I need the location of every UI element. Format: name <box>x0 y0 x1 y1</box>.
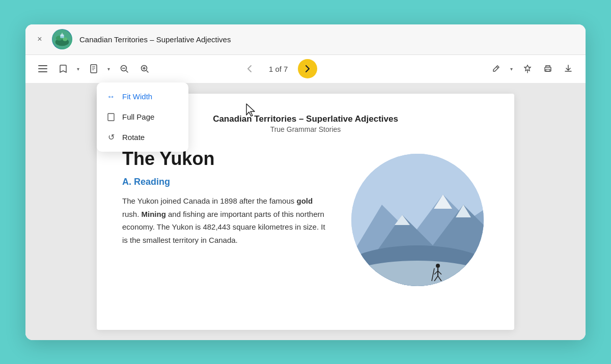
rotate-icon: ↺ <box>106 132 116 143</box>
next-page-button[interactable] <box>298 59 317 78</box>
page-indicator: 1 of 7 <box>263 65 294 73</box>
tab-title: Canadian Territories – Superlative Adjec… <box>79 35 231 44</box>
menu-button[interactable] <box>34 60 52 78</box>
dropdown-full-page-label: Full Page <box>122 113 154 121</box>
pin-icon <box>523 64 532 73</box>
page-group: ▾ <box>85 60 113 78</box>
page-button[interactable] <box>85 60 103 78</box>
chevron-down-icon: ▾ <box>107 66 110 72</box>
fit-width-icon: ↔ <box>106 92 116 102</box>
document-body: The Yukon A. Reading The Yukon joined Ca… <box>122 149 489 286</box>
document-image-column <box>346 149 489 286</box>
view-dropdown-menu: ↔ Fit Width Full Page ↺ Rotate <box>97 82 188 152</box>
app-window: × Canadian Territories – Superlative Adj… <box>25 24 586 340</box>
print-icon <box>543 64 552 73</box>
document-paragraph: The Yukon joined Canada in 1898 after th… <box>122 194 331 246</box>
print-button[interactable] <box>539 60 557 78</box>
document-section-label: A. Reading <box>122 177 331 187</box>
bookmark-chevron-button[interactable]: ▾ <box>73 60 82 78</box>
zoom-out-button[interactable] <box>115 60 133 78</box>
svg-rect-11 <box>108 114 114 121</box>
download-icon <box>564 64 573 73</box>
full-page-icon <box>106 112 116 122</box>
svg-point-20 <box>436 264 440 268</box>
bookmark-button[interactable] <box>54 60 72 78</box>
close-button[interactable]: × <box>35 34 45 44</box>
dropdown-fit-width[interactable]: ↔ Fit Width <box>97 87 188 107</box>
pen-chevron-button[interactable]: ▾ <box>507 60 516 78</box>
chevron-left-icon <box>247 65 252 73</box>
dropdown-rotate[interactable]: ↺ Rotate <box>97 127 188 148</box>
chevron-right-icon <box>305 65 310 73</box>
svg-rect-6 <box>91 65 97 73</box>
tab-favicon <box>52 29 72 49</box>
zoom-out-icon <box>120 64 129 73</box>
bookmark-icon <box>59 64 68 73</box>
yukon-illustration <box>351 154 484 286</box>
titlebar: × Canadian Territories – Superlative Adj… <box>25 24 586 55</box>
download-button[interactable] <box>559 60 577 78</box>
document-text-column: The Yukon A. Reading The Yukon joined Ca… <box>122 149 331 286</box>
chevron-down-icon: ▾ <box>510 66 513 72</box>
toolbar-right: ▾ <box>487 60 577 78</box>
toolbar: ▾ ▾ <box>25 55 586 83</box>
chevron-down-icon: ▾ <box>77 66 79 72</box>
dropdown-fit-width-label: Fit Width <box>122 92 152 101</box>
zoom-in-button[interactable] <box>135 60 154 78</box>
zoom-in-icon <box>140 64 149 73</box>
navigation-center: 1 of 7 <box>240 59 317 78</box>
dropdown-rotate-label: Rotate <box>122 133 145 142</box>
pin-button[interactable] <box>518 60 537 78</box>
dropdown-full-page[interactable]: Full Page <box>97 107 188 127</box>
page-icon <box>90 64 98 73</box>
pen-icon <box>491 64 501 73</box>
hamburger-icon <box>36 63 49 74</box>
prev-page-button[interactable] <box>240 59 259 78</box>
bookmark-group: ▾ <box>54 60 82 78</box>
pen-button[interactable] <box>487 60 505 78</box>
page-chevron-button[interactable]: ▾ <box>104 60 113 78</box>
